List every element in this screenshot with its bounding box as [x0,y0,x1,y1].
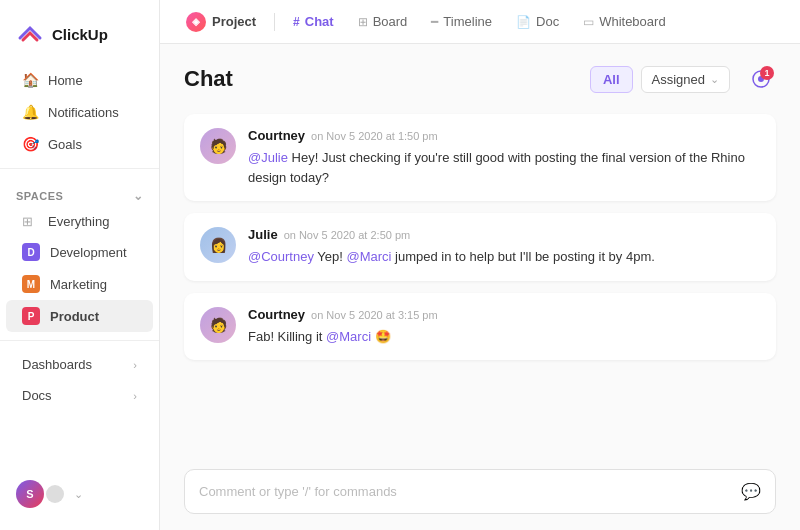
sidebar: ClickUp 🏠 Home 🔔 Notifications 🎯 Goals S… [0,0,160,530]
sidebar-item-everything[interactable]: ⊞ Everything [6,207,153,236]
top-nav: ◈ Project # Chat ⊞ Board ━ Timeline 📄 Do… [160,0,800,44]
chevron-right-icon: › [133,359,137,371]
message-body: Julie on Nov 5 2020 at 2:50 pm @Courtney… [248,227,760,267]
timeline-icon: ━ [431,15,438,29]
send-icon[interactable]: 💬 [741,482,761,501]
development-dot: D [22,243,40,261]
message-header: Courtney on Nov 5 2020 at 3:15 pm [248,307,760,322]
sidebar-item-product[interactable]: P Product [6,300,153,332]
tab-doc[interactable]: 📄 Doc [506,8,569,35]
message-author: Julie [248,227,278,242]
mention-marci-3: @Marci [326,329,371,344]
message-time: on Nov 5 2020 at 3:15 pm [311,309,438,321]
tab-chat[interactable]: # Chat [283,8,344,35]
logo-area: ClickUp [0,12,159,64]
dashboards-label: Dashboards [22,357,92,372]
goals-icon: 🎯 [22,136,38,152]
filter-area: All Assigned ⌄ [590,66,730,93]
message-header: Courtney on Nov 5 2020 at 1:50 pm [248,128,760,143]
message-text: @Julie Hey! Just checking if you're stil… [248,148,760,187]
comment-input-box[interactable]: Comment or type '/' for commands 💬 [184,469,776,514]
tab-timeline-label: Timeline [443,14,492,29]
message-header: Julie on Nov 5 2020 at 2:50 pm [248,227,760,242]
home-icon: 🏠 [22,72,38,88]
divider-1 [0,168,159,169]
notification-bell-button[interactable]: 1 [746,64,776,94]
messages-area: 🧑 Courtney on Nov 5 2020 at 1:50 pm @Jul… [160,106,800,457]
message-emoji: 🤩 [371,329,391,344]
mention-courtney: @Courtney [248,249,314,264]
sidebar-item-goals[interactable]: 🎯 Goals [6,128,153,160]
chevron-right-icon: › [133,390,137,402]
board-icon: ⊞ [358,15,368,29]
project-label: Project [212,14,256,29]
sidebar-item-dashboards[interactable]: Dashboards › [6,349,153,380]
table-row: 🧑 Courtney on Nov 5 2020 at 1:50 pm @Jul… [184,114,776,201]
tab-board-label: Board [373,14,408,29]
sidebar-item-notifications[interactable]: 🔔 Notifications [6,96,153,128]
notification-badge: 1 [760,66,774,80]
user-avatar[interactable]: S [16,480,44,508]
chat-header: Chat All Assigned ⌄ 1 [160,44,800,106]
sidebar-item-home[interactable]: 🏠 Home [6,64,153,96]
tab-chat-label: Chat [305,14,334,29]
logo-text: ClickUp [52,26,108,43]
message-author: Courtney [248,307,305,322]
message-content-mid: Yep! [314,249,347,264]
product-dot: P [22,307,40,325]
grid-icon: ⊞ [22,214,38,229]
marketing-label: Marketing [50,277,107,292]
avatar: 🧑 [200,128,236,164]
tab-doc-label: Doc [536,14,559,29]
message-time: on Nov 5 2020 at 2:50 pm [284,229,411,241]
chevron-down-small-icon: ⌄ [74,488,83,501]
main-panel: ◈ Project # Chat ⊞ Board ━ Timeline 📄 Do… [160,0,800,530]
chevron-down-icon: ⌄ [710,73,719,86]
message-content-1: Hey! Just checking if you're still good … [248,150,745,185]
message-text: @Courtney Yep! @Marci jumped in to help … [248,247,760,267]
message-content-after: jumped in to help but I'll be posting it… [391,249,654,264]
divider-2 [0,340,159,341]
docs-label: Docs [22,388,52,403]
sidebar-notifications-label: Notifications [48,105,119,120]
message-time: on Nov 5 2020 at 1:50 pm [311,130,438,142]
message-content-before: Fab! Killing it [248,329,326,344]
message-author: Courtney [248,128,305,143]
sidebar-item-docs[interactable]: Docs › [6,380,153,411]
sidebar-item-development[interactable]: D Development [6,236,153,268]
table-row: 👩 Julie on Nov 5 2020 at 2:50 pm @Courtn… [184,213,776,281]
mention-julie: @Julie [248,150,288,165]
project-icon: ◈ [186,12,206,32]
page-title: Chat [184,66,574,92]
avatar: 🧑 [200,307,236,343]
product-label: Product [50,309,99,324]
sidebar-item-marketing[interactable]: M Marketing [6,268,153,300]
project-tab[interactable]: ◈ Project [176,6,266,38]
hash-icon: # [293,15,300,29]
whiteboard-icon: ▭ [583,15,594,29]
sidebar-bottom: S ⌄ [0,470,159,518]
avatar: 👩 [200,227,236,263]
chevron-down-icon: ⌄ [133,189,144,203]
tab-board[interactable]: ⊞ Board [348,8,418,35]
filter-all-button[interactable]: All [590,66,633,93]
development-label: Development [50,245,127,260]
everything-label: Everything [48,214,109,229]
tab-timeline[interactable]: ━ Timeline [421,8,502,35]
assigned-label: Assigned [652,72,705,87]
tab-whiteboard[interactable]: ▭ Whiteboard [573,8,675,35]
message-text: Fab! Killing it @Marci 🤩 [248,327,760,347]
sidebar-goals-label: Goals [48,137,82,152]
secondary-avatar [46,485,64,503]
doc-icon: 📄 [516,15,531,29]
comment-area: Comment or type '/' for commands 💬 [160,457,800,530]
message-body: Courtney on Nov 5 2020 at 3:15 pm Fab! K… [248,307,760,347]
spaces-section-label: Spaces ⌄ [0,177,159,207]
filter-assigned-button[interactable]: Assigned ⌄ [641,66,730,93]
bell-icon: 🔔 [22,104,38,120]
sidebar-home-label: Home [48,73,83,88]
mention-marci: @Marci [347,249,392,264]
comment-placeholder-text: Comment or type '/' for commands [199,484,731,499]
tab-whiteboard-label: Whiteboard [599,14,665,29]
page-content: Chat All Assigned ⌄ 1 🧑 [160,44,800,530]
